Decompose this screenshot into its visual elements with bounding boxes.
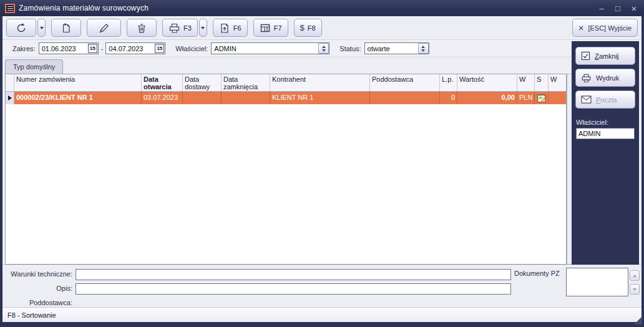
refresh-icon [16,22,27,34]
filter-bar: Zakres: 01.06.2023 15 - 04.07.2023 15 Wł… [2,40,642,57]
zamknij-button-label: Zamknij [595,52,619,60]
grid-view-button[interactable]: F7 [253,19,288,37]
status-combo[interactable]: otwarte [364,42,429,54]
date-from-field[interactable]: 01.06.2023 15 [39,42,99,54]
export-fkey-label: F6 [233,24,242,32]
dokumenty-pz-label: Dokumenty PZ [514,270,560,277]
cell-waluta: PLN [517,92,535,104]
new-document-icon [61,22,72,34]
window-title: Zamówienia materiałów surowcowych [19,4,149,12]
edit-button[interactable] [87,19,121,37]
header-selector [6,74,14,91]
print-button[interactable]: F3 [162,19,198,37]
grid-fkey-label: F7 [274,24,282,32]
header-numer[interactable]: Numer zamówienia [14,74,142,91]
date-to-value: 04.07.2023 [106,45,155,52]
mail-envelope-icon [581,95,592,104]
spinner-icon[interactable] [318,43,329,54]
header-kontrahent[interactable]: Kontrahent [270,74,370,91]
opis-label: Opis: [4,285,72,292]
side-wlasciciel-input[interactable] [576,128,635,139]
header-w1[interactable]: W [517,74,535,91]
scroll-down-button[interactable] [630,284,640,295]
row-arrow-icon [8,95,12,100]
exit-button[interactable]: × [ESC] Wyjście [572,19,638,37]
cell-data-otwarcia: 03.07.2023 [142,92,183,104]
tab-typ-domyslny[interactable]: Typ domyślny [5,59,63,74]
wlasciciel-combo[interactable]: ADMIN [211,42,329,54]
export-button[interactable]: F6 [213,19,248,37]
calendar-icon[interactable]: 15 [88,44,97,53]
side-panel: Zamknij Wydruk Poczta Właściciel: [572,41,639,265]
refresh-button[interactable] [6,19,36,37]
header-lp[interactable]: L.p. [440,74,457,91]
status-value: otwarte [365,45,418,52]
wlasciciel-value: ADMIN [212,45,318,52]
header-data-otwarcia[interactable]: Data otwarcia [142,74,183,91]
client-area: F3 F6 F7 $ F8 × [2,16,642,307]
tab-label: Typ domyślny [13,63,55,71]
cell-w2 [549,92,566,104]
maximize-icon[interactable]: □ [613,4,623,12]
status-text: F8 - Sortowanie [7,311,56,319]
minimize-icon[interactable]: – [597,4,607,12]
cell-numer: 000002/23/KLIENT NR 1 [14,92,142,104]
orders-table: Numer zamówienia Data otwarcia Data dost… [5,74,567,265]
exit-button-label: [ESC] Wyjście [588,24,632,32]
warunki-label: Warunki techniczne: [4,270,72,278]
edit-pencil-icon [99,22,110,34]
poczta-button-label: Poczta [596,96,617,104]
toolbar: F3 F6 F7 $ F8 × [2,16,642,40]
header-data-dostawy[interactable]: Data dostawy [183,74,222,91]
dokumenty-pz-list[interactable] [566,268,628,296]
table-header-row: Numer zamówienia Data otwarcia Data dost… [6,74,566,92]
calendar-icon[interactable]: 15 [155,44,164,53]
row-selector-cell [6,92,14,104]
table-row[interactable]: 000002/23/KLIENT NR 1 03.07.2023 KLIENT … [6,92,566,104]
wlasciciel-label: Właściciel: [175,45,208,52]
header-poddostawca[interactable]: Poddostawca [370,74,440,91]
zamknij-button[interactable]: Zamknij [575,47,635,65]
header-s[interactable]: S [535,74,549,91]
app-logo-icon [5,4,15,13]
chevron-down-icon [40,27,44,29]
close-icon[interactable]: × [629,4,639,12]
currency-button[interactable]: $ F8 [294,19,322,37]
print-icon [168,22,180,34]
delete-trash-icon [136,22,147,34]
spinner-icon[interactable] [418,43,429,54]
header-data-zamkniecia[interactable]: Data zamknięcia [222,74,270,91]
scroll-up-button[interactable] [630,270,640,281]
title-bar: Zamówienia materiałów surowcowych – □ × [0,0,644,16]
wydruk-button[interactable]: Wydruk [575,69,635,87]
resize-grip-icon[interactable] [634,316,642,325]
date-to-field[interactable]: 04.07.2023 15 [105,42,165,54]
date-from-value: 01.06.2023 [39,45,88,52]
wydruk-button-label: Wydruk [596,74,619,82]
cell-wartosc: 0,00 [457,92,517,104]
delete-button[interactable] [127,19,157,37]
chevron-down-icon [201,27,205,29]
cell-status-icon [535,92,549,104]
cell-poddostawca [370,92,440,104]
app-window: Zamówienia materiałów surowcowych – □ × [0,0,644,327]
triangle-down-icon [633,288,637,291]
check-icon [581,51,590,61]
tab-row: Typ domyślny [2,57,572,74]
refresh-dropdown-button[interactable] [37,19,46,37]
poczta-button[interactable]: Poczta [575,90,635,109]
note-edit-icon [537,94,546,102]
zakres-label: Zakres: [12,45,36,52]
currency-dollar-icon: $ [300,23,305,32]
cell-data-zamkniecia [222,92,270,104]
close-x-icon: × [578,23,584,32]
cell-data-dostawy [183,92,222,104]
header-w2[interactable]: W [549,74,566,91]
opis-input[interactable] [76,283,511,295]
warunki-input[interactable] [76,269,511,280]
grid-view-icon [260,22,271,34]
header-wartosc[interactable]: Wartość [457,74,517,91]
print-dropdown-button[interactable] [199,19,207,37]
currency-fkey-label: F8 [308,24,316,32]
new-button[interactable] [51,19,81,37]
